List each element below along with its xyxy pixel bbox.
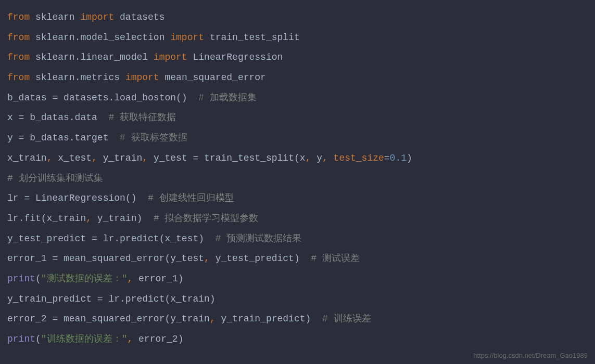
comma: ,	[127, 334, 138, 344]
code-text: y_train_predict = lr.predict(x_train)	[7, 294, 216, 304]
code-line-5: b_datas = datasets.load_boston() # 加载数据集	[7, 88, 588, 108]
module-name: sklearn.linear_model	[30, 52, 154, 62]
code-text: y_test_predict = lr.predict(x_test)	[7, 233, 216, 244]
comment-text: # 拟合数据学习模型参数	[154, 213, 259, 224]
code-text: y = b_datas.target	[7, 133, 120, 143]
code-text: error_1 = mean_squared_error(y_test	[7, 253, 204, 264]
code-text: y	[317, 153, 322, 163]
code-text: y_train	[103, 153, 143, 163]
open-paren: (	[35, 334, 41, 344]
code-block: from sklearn import datasets from sklear…	[7, 7, 588, 349]
comma: ,	[210, 314, 221, 324]
comment-text: # 预测测试数据结果	[216, 233, 302, 244]
equals: =	[384, 153, 390, 163]
code-line-2: from sklearn.model_selection import trai…	[7, 28, 588, 48]
string-literal: "训练数据的误差："	[41, 334, 128, 344]
watermark-text: https://blog.csdn.net/Dream_Gao1989	[473, 352, 588, 359]
keyword-import: import	[125, 72, 159, 83]
module-name: sklearn.metrics	[30, 72, 125, 83]
code-text: x_train	[7, 153, 47, 163]
keyword-from: from	[7, 72, 30, 83]
comma: ,	[127, 274, 138, 284]
string-literal: "测试数据的误差："	[41, 274, 128, 284]
number-literal: 0.1	[390, 153, 407, 163]
code-line-14: print("测试数据的误差：", error_1)	[7, 269, 588, 289]
keyword-import: import	[170, 32, 204, 43]
import-item: train_test_split	[204, 32, 300, 43]
comma: ,	[142, 153, 154, 163]
comma: ,	[92, 153, 103, 163]
comment-text: # 获取特征数据	[108, 112, 176, 123]
comment-text: # 获取标签数据	[120, 133, 187, 143]
import-item: datasets	[114, 12, 164, 22]
code-text: x_test	[58, 153, 92, 163]
keyword-import: import	[154, 52, 187, 62]
code-text: lr.fit(x_train	[7, 213, 86, 224]
code-text: y_test = train_test_split(x	[154, 153, 306, 163]
comment-text: # 测试误差	[311, 253, 360, 264]
code-text: b_datas = datasets.load_boston()	[7, 93, 198, 103]
code-text: y_train)	[97, 213, 154, 224]
code-line-7: y = b_datas.target # 获取标签数据	[7, 128, 588, 148]
module-name: sklearn.model_selection	[30, 32, 170, 43]
comma: ,	[86, 213, 97, 224]
keyword-import: import	[80, 12, 114, 22]
code-line-11: lr.fit(x_train, y_train) # 拟合数据学习模型参数	[7, 209, 588, 229]
code-line-16: error_2 = mean_squared_error(y_train, y_…	[7, 309, 588, 329]
code-line-3: from sklearn.linear_model import LinearR…	[7, 47, 588, 68]
code-line-6: x = b_datas.data # 获取特征数据	[7, 108, 588, 128]
code-line-4: from sklearn.metrics import mean_squared…	[7, 68, 588, 88]
keyword-from: from	[7, 32, 30, 43]
comma: ,	[47, 153, 58, 163]
keyword-from: from	[7, 52, 30, 62]
code-line-1: from sklearn import datasets	[7, 7, 588, 28]
code-text: error_2 = mean_squared_error(y_train	[7, 314, 210, 324]
code-text: lr = LinearRegression()	[7, 193, 148, 203]
open-paren: (	[35, 274, 41, 284]
code-line-13: error_1 = mean_squared_error(y_test, y_t…	[7, 249, 588, 269]
builtin-print: print	[7, 274, 35, 284]
code-text: error_1)	[138, 274, 183, 284]
comma: ,	[322, 153, 334, 163]
builtin-print: print	[7, 334, 35, 344]
code-line-15: y_train_predict = lr.predict(x_train)	[7, 289, 588, 309]
comment-text: # 训练误差	[322, 314, 371, 324]
code-line-8: x_train, x_test, y_train, y_test = train…	[7, 148, 588, 168]
code-text: y_test_predict)	[216, 253, 311, 264]
code-text: y_train_predict)	[221, 314, 322, 324]
import-item: LinearRegression	[187, 52, 283, 62]
comma: ,	[306, 153, 317, 163]
comment-text: # 加载数据集	[198, 93, 257, 103]
comment-text: # 创建线性回归模型	[148, 193, 234, 203]
code-line-17: print("训练数据的误差：", error_2)	[7, 329, 588, 349]
code-line-12: y_test_predict = lr.predict(x_test) # 预测…	[7, 229, 588, 249]
keyword-from: from	[7, 12, 30, 22]
close-paren: )	[407, 153, 412, 163]
import-item: mean_squared_error	[159, 72, 266, 83]
code-text: error_2)	[138, 334, 183, 344]
comment-text: # 划分训练集和测试集	[7, 173, 103, 184]
code-text: x = b_datas.data	[7, 112, 108, 123]
module-name: sklearn	[30, 12, 80, 22]
comma: ,	[204, 253, 216, 264]
code-line-9: # 划分训练集和测试集	[7, 168, 588, 189]
code-line-10: lr = LinearRegression() # 创建线性回归模型	[7, 188, 588, 209]
param-name: test_size	[334, 153, 384, 163]
